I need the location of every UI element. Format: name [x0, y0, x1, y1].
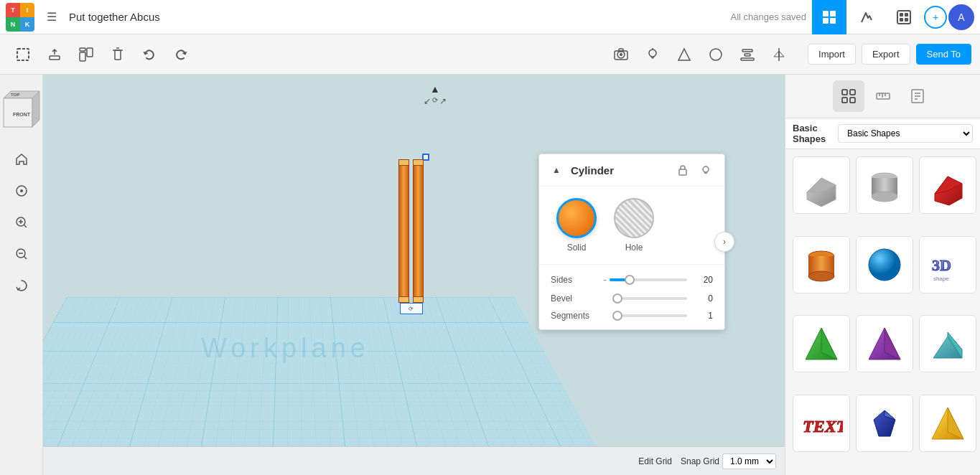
zoom-out-button[interactable]	[9, 241, 34, 267]
popup-collapse-button[interactable]: ▲	[548, 161, 565, 179]
header-right-icons: + A	[812, 0, 974, 34]
viewport[interactable]: ▲ ↙⟳↗ Workplan	[43, 75, 785, 475]
svg-rect-0	[823, 11, 829, 17]
tab-ruler[interactable]	[867, 80, 899, 112]
slider-section: Sides - 20 Bevel	[539, 265, 724, 329]
segments-slider-track[interactable]	[617, 314, 687, 317]
import-button[interactable]: Import	[808, 44, 856, 65]
svg-rect-8	[905, 18, 908, 22]
view-buttons	[607, 40, 793, 69]
redo-button[interactable]	[167, 40, 195, 69]
svg-rect-48	[679, 169, 686, 175]
sides-slider-thumb[interactable]	[625, 275, 635, 285]
build-button[interactable]	[849, 0, 884, 34]
svg-point-72	[869, 249, 900, 281]
home-view-button[interactable]	[9, 146, 34, 172]
shape-item-box[interactable]	[793, 156, 850, 214]
segments-slider-thumb[interactable]	[612, 311, 622, 321]
snap-grid-select[interactable]: 1.0 mm 0.5 mm 0.1 mm 2.0 mm	[722, 453, 776, 469]
send-to-button[interactable]: Send To	[916, 44, 971, 65]
shapes-category-selector: Basic Shapes Basic Shapes Featured Shape…	[785, 118, 980, 149]
shapes-category-label: Basic Shapes	[793, 123, 838, 144]
group-button[interactable]	[72, 40, 101, 69]
edit-grid-button[interactable]: Edit Grid	[638, 456, 672, 466]
shape-item-pyramid-yellow[interactable]	[919, 395, 976, 452]
sides-value: 20	[693, 275, 713, 285]
zoom-in-button[interactable]	[9, 210, 34, 235]
light-button[interactable]	[638, 40, 667, 69]
svg-marker-63	[807, 178, 836, 192]
svg-rect-2	[823, 18, 829, 24]
shape-item-gem[interactable]	[856, 395, 913, 452]
all-saved-status: All changes saved	[730, 11, 806, 22]
solid-option[interactable]: Solid	[556, 198, 597, 253]
popup-lock-button[interactable]	[673, 160, 693, 180]
bevel-label: Bevel	[551, 293, 597, 304]
logo-i: I	[20, 3, 34, 17]
popup-expand-button[interactable]: ›	[714, 232, 734, 252]
shape-item-cylinder-silver[interactable]	[856, 156, 913, 214]
shapes-category-dropdown[interactable]: Basic Shapes Featured Shape Generators L…	[838, 124, 973, 143]
hole-circle	[614, 198, 654, 238]
popup-light-button[interactable]	[696, 160, 716, 180]
svg-rect-54	[877, 93, 890, 99]
svg-rect-11	[80, 52, 85, 61]
frame-button[interactable]	[9, 40, 37, 69]
cylinder-object[interactable]: ⟳	[398, 159, 424, 303]
hole-option[interactable]: Hole	[614, 198, 654, 253]
svg-marker-67	[935, 177, 962, 205]
bevel-slider-thumb[interactable]	[612, 293, 622, 304]
grid-view-button[interactable]	[812, 0, 846, 34]
popup-icons	[673, 160, 716, 180]
delete-button[interactable]	[103, 40, 132, 69]
svg-line-41	[24, 225, 27, 227]
svg-rect-4	[897, 11, 910, 24]
undo-button[interactable]	[135, 40, 164, 69]
align-button[interactable]	[733, 40, 762, 69]
list-icon-button[interactable]: ☰	[40, 0, 63, 34]
camera-view-button[interactable]	[607, 40, 635, 69]
selection-handle-bottom[interactable]: ⟳	[400, 303, 423, 314]
svg-text:shape: shape	[933, 276, 949, 282]
export-button[interactable]: Export	[862, 44, 910, 65]
solid-circle	[556, 198, 597, 238]
cylinder-bar-1	[398, 159, 409, 303]
bevel-value: 0	[693, 293, 713, 304]
shape-item-cylinder-orange[interactable]	[793, 236, 850, 293]
shape-item-pyramid-green[interactable]	[793, 315, 850, 372]
cylinder-bar-2	[413, 159, 424, 303]
gallery-button[interactable]	[887, 0, 921, 34]
shape-item-text-red[interactable]: TEXT	[793, 395, 850, 452]
shape-item-sphere[interactable]	[856, 236, 913, 293]
mirror-button[interactable]	[765, 40, 793, 69]
reset-view-button[interactable]	[9, 273, 34, 298]
svg-point-49	[703, 166, 709, 172]
add-user-button[interactable]: +	[924, 6, 947, 29]
shape-item-pyramid-purple[interactable]	[856, 315, 913, 372]
svg-rect-6	[905, 13, 908, 17]
tab-notes[interactable]	[902, 80, 933, 112]
svg-rect-9	[17, 49, 29, 60]
svg-rect-1	[830, 11, 836, 17]
fit-view-button[interactable]	[9, 178, 34, 204]
svg-text:TEXT: TEXT	[803, 417, 843, 436]
svg-rect-53	[850, 98, 855, 103]
move-up-button[interactable]	[40, 40, 69, 69]
shape-item-roof[interactable]	[919, 315, 976, 372]
circle-button[interactable]	[701, 40, 730, 69]
sides-slider-track[interactable]	[610, 278, 687, 281]
hole-label: Hole	[625, 243, 643, 253]
left-panel: FRONT TOP	[0, 75, 43, 475]
bevel-slider-track[interactable]	[617, 297, 687, 300]
shape-options: Solid Hole	[539, 187, 724, 265]
user-avatar[interactable]: A	[948, 4, 974, 30]
shape-button[interactable]	[670, 40, 699, 69]
svg-rect-14	[115, 50, 121, 60]
bottom-bar: Edit Grid Snap Grid 1.0 mm 0.5 mm 0.1 mm…	[43, 446, 785, 475]
logo-k: K	[20, 17, 34, 32]
svg-rect-3	[830, 18, 836, 24]
shape-item-text3d[interactable]: 3Dshape	[919, 236, 976, 293]
tinkercad-logo[interactable]: T I N K	[6, 3, 34, 32]
tab-grid[interactable]	[833, 80, 864, 112]
shape-item-box-red[interactable]	[919, 156, 976, 214]
